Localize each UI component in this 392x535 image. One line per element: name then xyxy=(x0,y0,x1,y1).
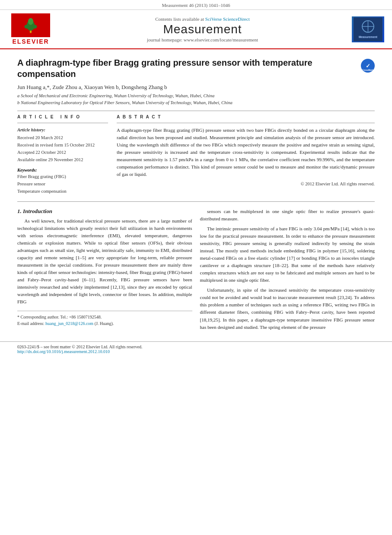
abstract-label: A B S T R A C T xyxy=(117,115,375,119)
article-info-table: Article history: Received 20 March 2012 … xyxy=(17,127,108,164)
paper-title-area: A diaphragm-type fiber Bragg grating pre… xyxy=(17,57,375,80)
body-right-text: sensors can be multiplexed in one single… xyxy=(200,208,375,331)
intro-para-right-2: The intrinsic pressure sensitivity of a … xyxy=(200,225,375,284)
keywords-section: Keywords: Fiber Bragg grating (FBG) Pres… xyxy=(17,168,108,195)
abstract-text: A diaphragm-type fiber Bragg grating (FB… xyxy=(117,127,375,178)
article-info-label: A R T I C L E I N F O xyxy=(17,115,108,119)
journal-homepage: journal homepage: www.elsevier.com/locat… xyxy=(147,37,258,42)
right-col: A B S T R A C T A diaphragm-type fiber B… xyxy=(117,115,375,195)
svg-text:✓: ✓ xyxy=(366,63,370,69)
keywords-title: Keywords: xyxy=(17,168,108,172)
elsevier-wordmark: ELSEVIER xyxy=(12,38,49,45)
measurement-mini-logo: Measurement xyxy=(352,16,384,42)
header-contents-line: Contents lists available at SciVerse Sci… xyxy=(155,16,249,22)
crossmark-badge: ✓ CrossMark xyxy=(361,59,375,73)
svg-text:CrossMark: CrossMark xyxy=(362,69,373,71)
body-two-col: 1. Introduction As well known, for tradi… xyxy=(17,208,375,334)
email-link[interactable]: huang_jun_0218@126.com xyxy=(45,321,93,326)
keyword-3: Temperature compensation xyxy=(17,188,108,195)
footnote-area: * Corresponding author. Tel.: +86 158071… xyxy=(17,311,192,327)
intro-heading: 1. Introduction xyxy=(17,208,192,215)
article-history-title: Article history: xyxy=(17,127,108,134)
journal-top-bar: Measurement 46 (2013) 1041–1046 xyxy=(0,0,392,10)
svg-point-4 xyxy=(28,18,33,25)
article-info-abstract: A R T I C L E I N F O Article history: R… xyxy=(17,115,375,195)
issn-line: 0263-2241/$ – see front matter © 2012 El… xyxy=(17,344,375,349)
body-left: 1. Introduction As well known, for tradi… xyxy=(17,208,192,334)
doi-line: http://dx.doi.org/10.1016/j.measurement.… xyxy=(17,349,375,354)
body-right: sensors can be multiplexed in one single… xyxy=(200,208,375,334)
journal-citation: Measurement 46 (2013) 1041–1046 xyxy=(162,3,230,8)
doi-link[interactable]: http://dx.doi.org/10.1016/j.measurement.… xyxy=(17,349,110,354)
elsevier-header: ELSEVIER Contents lists available at Sci… xyxy=(0,10,392,49)
available-date: Available online 29 November 2012 xyxy=(17,156,108,164)
authors-line: Jun Huang a,*, Zude Zhou a, Xiaoyan Wen … xyxy=(17,84,375,91)
svg-text:Measurement: Measurement xyxy=(358,35,377,38)
email-person: (J. Huang). xyxy=(95,321,114,326)
divider-2 xyxy=(17,123,108,123)
svg-point-2 xyxy=(24,25,30,29)
elsevier-logo-area: ELSEVIER xyxy=(7,13,54,45)
keyword-2: Pressure sensor xyxy=(17,181,108,188)
intro-para-right-1: sensors can be multiplexed in one single… xyxy=(200,208,375,223)
accepted-date: Accepted 22 October 2012 xyxy=(17,149,108,156)
divider-4 xyxy=(17,201,375,202)
paper-title-text: A diaphragm-type fiber Bragg grating pre… xyxy=(17,57,357,80)
received-date: Received 20 March 2012 xyxy=(17,134,108,142)
bottom-bar: 0263-2241/$ – see front matter © 2012 El… xyxy=(0,341,392,357)
sciverse-link[interactable]: SciVerse ScienceDirect xyxy=(205,16,250,22)
intro-para-1: As well known, for traditional electrica… xyxy=(17,217,192,306)
elsevier-tree-icon xyxy=(22,17,39,34)
divider-1 xyxy=(17,111,375,111)
intro-para-right-3: Unfortunately, in spite of the increased… xyxy=(200,287,375,331)
keyword-1: Fiber Bragg grating (FBG) xyxy=(17,173,108,181)
affiliations: a School of Mechanical and Electronic En… xyxy=(17,92,375,106)
page-wrapper: Measurement 46 (2013) 1041–1046 ELSEVIER… xyxy=(0,0,392,357)
email-label: E-mail address: xyxy=(17,321,44,326)
corresponding-author: * Corresponding author. Tel.: +86 158071… xyxy=(17,314,192,320)
affiliation-a: a School of Mechanical and Electronic En… xyxy=(17,92,375,99)
paper-content: A diaphragm-type fiber Bragg grating pre… xyxy=(0,49,392,341)
body-left-text: As well known, for traditional electrica… xyxy=(17,217,192,306)
svg-point-3 xyxy=(31,25,37,29)
copyright-line: © 2012 Elsevier Ltd. All rights reserved… xyxy=(117,182,375,186)
header-center: Contents lists available at SciVerse Sci… xyxy=(60,16,345,42)
journal-title-display: Measurement xyxy=(163,22,242,36)
email-line: E-mail address: huang_jun_0218@126.com (… xyxy=(17,320,192,327)
affiliation-b: b National Engineering Laboratory for Op… xyxy=(17,99,375,106)
left-col: A R T I C L E I N F O Article history: R… xyxy=(17,115,108,195)
divider-3 xyxy=(117,123,375,123)
elsevier-logo-box xyxy=(11,13,50,37)
revised-date: Received in revised form 15 October 2012 xyxy=(17,142,108,149)
authors-text: Jun Huang a,*, Zude Zhou a, Xiaoyan Wen … xyxy=(17,84,167,90)
header-right-logo: Measurement xyxy=(351,16,385,42)
